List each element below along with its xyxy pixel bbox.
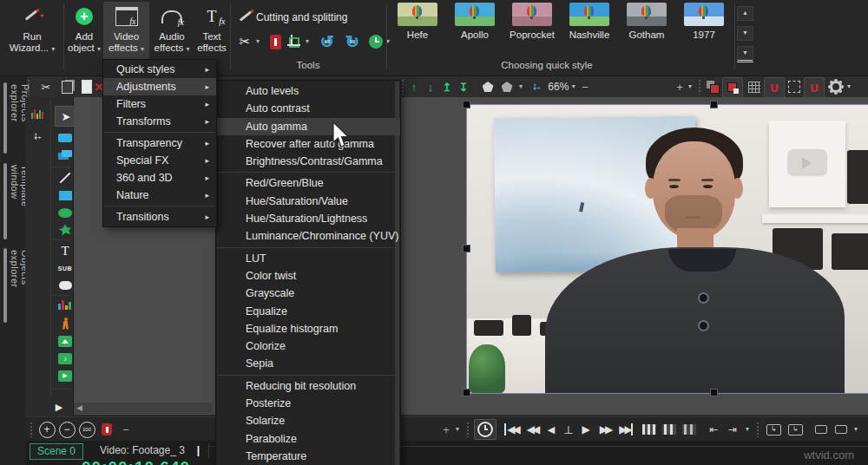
menu-item-special-fx[interactable]: Special FX▸ [103, 152, 216, 169]
move-bottom-button[interactable]: ↧ [456, 76, 471, 97]
menu-item-parabolize[interactable]: Parabolize [216, 430, 400, 448]
view-mode-3-button[interactable] [680, 417, 699, 442]
menu-item-lut[interactable]: LUT [216, 250, 400, 267]
video-effects-button[interactable]: fx Video effects ▾ [103, 2, 149, 62]
quick-style-gotham[interactable]: Gotham [621, 3, 672, 40]
horizontal-scrollbar[interactable]: ◀ [74, 403, 213, 414]
menu-item-solarize[interactable]: Solarize [216, 412, 400, 429]
add-audio-tool[interactable]: ♪ [56, 350, 75, 366]
run-wizard-button[interactable]: ★★ Run Wizard... ▾ [3, 2, 61, 62]
zoom-in-button[interactable]: + [674, 76, 685, 97]
ungroup-button[interactable] [498, 76, 516, 97]
quick-style-apollo[interactable]: Apollo [450, 3, 500, 40]
line-tool[interactable] [56, 170, 75, 186]
settings-caret[interactable]: ▾ [844, 76, 854, 97]
split-level-2-button[interactable] [832, 417, 851, 442]
rewind-button[interactable]: ◀◀ [522, 417, 542, 442]
zoom-caret[interactable]: ▾ [685, 76, 695, 97]
timeline-slider-plus[interactable]: + [440, 417, 452, 442]
crop-tool-caret[interactable]: ▾ [303, 31, 312, 52]
copy-button[interactable] [57, 76, 76, 97]
menu-item-sepia[interactable]: Sepia [216, 355, 400, 372]
timeline-zoom-out-button[interactable]: − [57, 417, 76, 442]
sidebar-tab-objects-explorer[interactable]: Objects explorer [0, 248, 25, 323]
fast-forward-button[interactable]: ▶▶ [595, 417, 615, 442]
timeline-film-button[interactable] [98, 417, 115, 442]
scene-tab[interactable]: Scene 0 [30, 443, 83, 460]
cut-tool-caret[interactable]: ▾ [253, 31, 262, 52]
move-up-button[interactable]: ↑ [406, 76, 422, 97]
animation-tool[interactable] [56, 316, 75, 331]
send-backward-button[interactable] [722, 77, 743, 98]
crop-tool-button[interactable] [286, 31, 302, 52]
insert-scene-button[interactable]: ↳ [763, 417, 784, 442]
styles-scroll-down-button[interactable]: ▼ [737, 26, 753, 41]
speed-tool-caret[interactable]: ▾ [384, 31, 392, 52]
menu-item-auto-gamma[interactable]: Auto gamma [216, 118, 400, 135]
resize-handle-bottom-middle[interactable] [710, 389, 718, 396]
menu-item-equalize-histogram[interactable]: Equalize histogram [216, 320, 400, 337]
append-scene-button[interactable]: ↳ [785, 417, 806, 442]
styles-scroll-up-button[interactable]: ▲ [737, 6, 753, 21]
quick-style-poprocket[interactable]: Poprocket [507, 3, 557, 40]
resize-handle-middle-left[interactable] [463, 245, 470, 252]
pan-tool[interactable]: ↔↔ [28, 128, 47, 144]
clip-tab[interactable]: Video: Footage_ 3| [91, 443, 209, 458]
view-mode-2-button[interactable] [660, 417, 679, 442]
sidebar-tab-projects-explorer[interactable]: Projects explorer [0, 82, 25, 154]
rotate-cw-button[interactable]: ↻90 [343, 31, 362, 52]
subtitles-tool[interactable]: SUB [56, 260, 75, 276]
zoom-out-button[interactable]: − [580, 76, 590, 97]
quick-style-1977[interactable]: 1977 [679, 3, 729, 40]
fit-scene-button[interactable]: ↔↔ [528, 76, 545, 97]
snap-objects-button[interactable]: U [804, 77, 825, 98]
menu-item-quick-styles[interactable]: Quick styles▸ [103, 61, 216, 78]
speed-tool-button[interactable] [367, 31, 385, 52]
split-caret[interactable]: ▾ [851, 417, 861, 442]
menu-item-equalize[interactable]: Equalize [216, 303, 400, 320]
palette-expand-button[interactable]: ▶ [49, 399, 69, 415]
menu-item-reducing-bit-resolution[interactable]: Reducing bit resolution [216, 377, 400, 395]
menu-item-auto-contrast[interactable]: Auto contrast [216, 100, 400, 117]
free-shape-tool[interactable] [56, 222, 75, 238]
add-image-tool[interactable] [56, 333, 75, 349]
jump-clip-end-button[interactable]: ⇥ [723, 417, 742, 442]
move-down-button[interactable]: ↓ [423, 76, 438, 97]
rectangle-tool[interactable] [56, 187, 75, 203]
split-tool-button[interactable] [267, 31, 283, 52]
menu-item-colorize[interactable]: Colorize [216, 337, 400, 355]
menu-item-transitions[interactable]: Transitions▸ [103, 208, 216, 226]
styles-scroll-more-button[interactable]: ▼ [737, 46, 753, 62]
jump-clip-start-button[interactable]: ⇤ [704, 417, 723, 442]
cut-button[interactable]: ✂ [36, 76, 56, 97]
menu-item-hue-saturation-value[interactable]: Hue/Saturation/Value [216, 193, 400, 210]
quick-style-nashville[interactable]: Nashville [564, 3, 615, 40]
jump-caret[interactable]: ▾ [742, 417, 753, 442]
ellipse-tool[interactable] [56, 205, 75, 220]
menu-item-grayscale[interactable]: Grayscale [216, 285, 400, 302]
add-object-button[interactable]: + Add object ▾ [66, 2, 102, 62]
menu-item-recover-after-auto-gamma[interactable]: Recover after auto gamma [216, 135, 400, 153]
timeline-zoom-reset-button[interactable]: 100 [77, 417, 96, 442]
menu-item-red-green-blue[interactable]: Red/Green/Blue [216, 174, 400, 192]
menu-item-posterize[interactable]: Posterize [216, 395, 400, 412]
menu-item-filters[interactable]: Filters▸ [103, 95, 216, 113]
audio-mixer-tool[interactable] [28, 108, 47, 123]
bring-forward-button[interactable] [703, 76, 722, 97]
menu-item-brightness-contrast-gamma[interactable]: Brightness/Contrast/Gamma [216, 153, 400, 170]
menu-item-temperature[interactable]: Temperature [216, 448, 400, 465]
video-object[interactable] [466, 104, 868, 394]
cut-tool-button[interactable]: ✂ [236, 31, 253, 52]
move-top-button[interactable]: ↥ [439, 76, 455, 97]
play-button[interactable]: ▶ [577, 417, 595, 442]
menu-item-nature[interactable]: Nature▸ [103, 187, 216, 204]
time-display-button[interactable] [473, 417, 497, 442]
set-marker-button[interactable]: ⊥ [560, 417, 577, 442]
add-video-tool[interactable]: ▶ [56, 368, 75, 383]
go-to-end-button[interactable]: ▶▶ [615, 417, 636, 442]
timeline-zoom-in-button[interactable]: + [37, 417, 56, 442]
text-effects-button[interactable]: Tfx Text effects ▾ [194, 2, 229, 62]
timeline-slider-minus[interactable]: − [121, 417, 131, 442]
settings-button[interactable] [826, 76, 845, 97]
quick-style-hefe[interactable]: Hefe [392, 3, 443, 40]
